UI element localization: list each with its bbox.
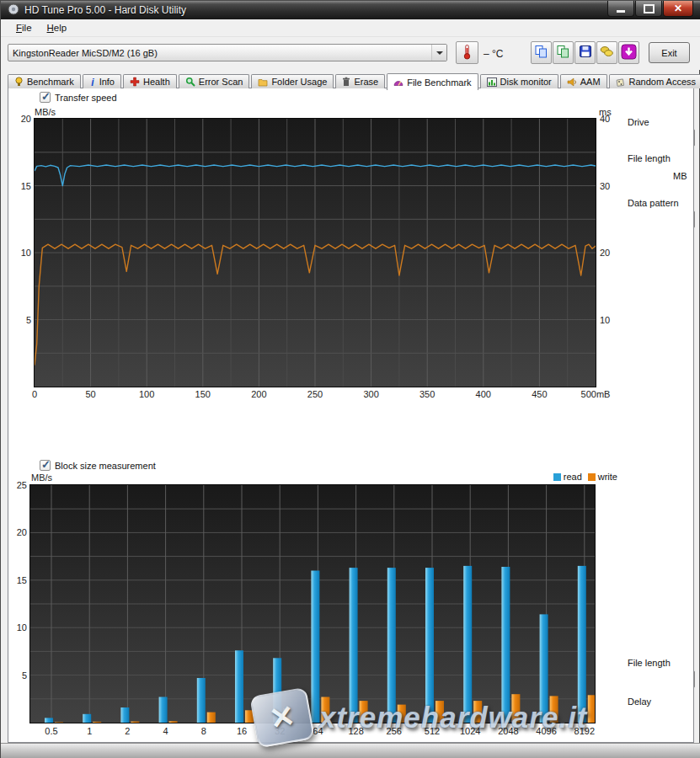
tab-label: File Benchmark	[407, 77, 471, 88]
tab-label: Disk monitor	[500, 77, 552, 87]
write-legend-label: write	[598, 472, 617, 482]
tab-aam[interactable]: AAM	[560, 74, 607, 88]
bottom-chart-y-unit: MB/s	[31, 472, 52, 483]
tab-folder-usage[interactable]: Folder Usage	[251, 74, 334, 88]
health-icon	[130, 77, 140, 87]
transfer-speed-label: Transfer speed	[55, 93, 117, 103]
tab-label: Folder Usage	[271, 77, 327, 87]
tab-error-scan[interactable]: Error Scan	[179, 74, 250, 88]
disk-monitor-icon	[487, 77, 497, 87]
read-legend-swatch	[553, 473, 561, 481]
tab-label: Info	[99, 77, 115, 87]
device-select[interactable]: KingstonReader MicSD/M2 (16 gB)	[8, 44, 447, 61]
coins-icon	[600, 45, 614, 61]
window-title: HD Tune Pro 5.00 - Hard Disk Utility	[24, 4, 186, 16]
top-chart-y-left-unit: MB/s	[35, 107, 56, 117]
device-select-value: KingstonReader MicSD/M2 (16 gB)	[8, 48, 431, 58]
block-size-chart-frame	[29, 484, 596, 723]
close-icon	[674, 3, 682, 13]
error-scan-icon	[185, 77, 195, 87]
transfer-speed-chart	[35, 119, 596, 387]
toolbar: KingstonReader MicSD/M2 (16 gB) – °C Exi…	[1, 37, 700, 70]
aam-icon	[567, 77, 577, 87]
tab-benchmark[interactable]: Benchmark	[8, 74, 81, 88]
random-access-icon	[616, 77, 626, 87]
tab-bar: BenchmarkiInfoHealthError ScanFolder Usa…	[8, 72, 700, 88]
copy-image-icon	[556, 45, 570, 61]
tab-health[interactable]: Health	[123, 74, 177, 88]
tab-file-benchmark[interactable]: File Benchmark	[387, 73, 478, 90]
read-legend-label: read	[564, 472, 582, 482]
menu-help[interactable]: Help	[40, 21, 74, 35]
chart-legend: read write	[537, 472, 617, 482]
tab-info[interactable]: iInfo	[83, 74, 121, 88]
block-size-label: Block size measurement	[55, 461, 156, 471]
copy-button[interactable]	[531, 41, 552, 64]
benchmark-icon	[14, 77, 24, 87]
maximize-icon	[644, 4, 655, 13]
close-button[interactable]	[663, 1, 693, 17]
file-benchmark-icon	[393, 77, 403, 87]
tab-label: Health	[143, 77, 170, 87]
info-icon: i	[89, 77, 96, 87]
folder-usage-icon	[258, 77, 268, 87]
transfer-speed-chart-frame	[34, 118, 596, 387]
menu-bar: File Help	[1, 19, 700, 37]
data-pattern-label: Data pattern	[628, 198, 679, 208]
block-size-checkbox[interactable]: Block size measurement	[40, 460, 156, 471]
copy-image-button[interactable]	[553, 41, 574, 64]
title-bar: HD Tune Pro 5.00 - Hard Disk Utility	[1, 1, 700, 19]
exit-button[interactable]: Exit	[649, 42, 690, 63]
app-window: HD Tune Pro 5.00 - Hard Disk Utility Fil…	[0, 0, 700, 758]
tab-label: Random Access	[629, 77, 696, 87]
file-length-unit: MB	[673, 171, 687, 181]
erase-icon	[342, 77, 350, 87]
chevron-down-icon	[431, 45, 446, 61]
coins-button[interactable]	[596, 41, 617, 64]
window-resize-bar	[1, 743, 700, 758]
watermark-badge-icon	[249, 687, 315, 749]
top-chart-y-right-unit: ms	[599, 107, 612, 117]
watermark-text: xtremehardware.it	[319, 701, 588, 734]
drive-label: Drive	[628, 117, 649, 127]
tab-random-access[interactable]: Random Access	[609, 74, 700, 88]
minimize-icon	[617, 10, 625, 13]
checkbox-checked-icon	[40, 92, 51, 103]
menu-file[interactable]: File	[9, 21, 39, 35]
save-icon	[579, 45, 592, 61]
temperature-value: – °C	[484, 48, 503, 60]
tab-label: Error Scan	[199, 77, 243, 87]
write-legend-swatch	[588, 473, 596, 481]
download-button[interactable]	[618, 41, 639, 64]
tab-label: Erase	[354, 77, 378, 87]
block-size-chart	[30, 485, 595, 723]
app-icon	[8, 3, 19, 17]
temperature-button[interactable]	[456, 41, 478, 64]
tab-label: AAM	[580, 77, 601, 87]
maximize-button[interactable]	[635, 1, 662, 17]
transfer-speed-checkbox[interactable]: Transfer speed	[40, 92, 117, 103]
minimize-button[interactable]	[607, 1, 634, 17]
tab-disk-monitor[interactable]: Disk monitor	[480, 74, 558, 88]
file-length-label: File length	[628, 153, 671, 163]
file-length2-label: File length	[628, 658, 671, 668]
copy-icon	[534, 45, 548, 61]
watermark: xtremehardware.it	[254, 691, 588, 744]
delay-label: Delay	[628, 697, 651, 707]
tab-erase[interactable]: Erase	[335, 74, 385, 88]
download-icon	[621, 44, 637, 62]
tab-label: Benchmark	[27, 77, 74, 87]
svg-text:i: i	[91, 77, 94, 87]
save-button[interactable]	[574, 41, 596, 64]
checkbox-checked-icon	[40, 460, 51, 471]
toolbar-buttons	[531, 41, 640, 64]
thermometer-icon	[462, 44, 472, 62]
watermark-x-icon	[266, 698, 297, 738]
